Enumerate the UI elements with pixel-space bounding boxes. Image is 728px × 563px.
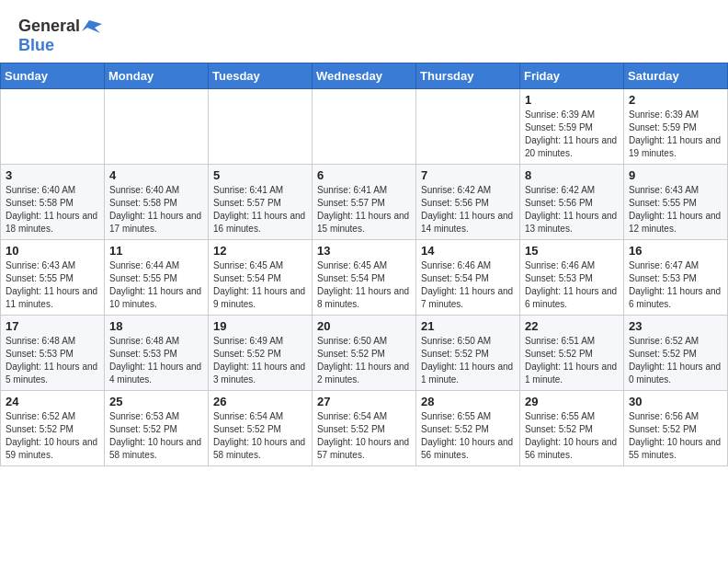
- calendar-header-row: SundayMondayTuesdayWednesdayThursdayFrid…: [1, 63, 728, 89]
- day-number: 2: [629, 93, 722, 107]
- day-number: 17: [6, 319, 99, 333]
- day-info: Sunrise: 6:54 AM Sunset: 5:52 PM Dayligh…: [213, 410, 307, 462]
- calendar-week-2: 10Sunrise: 6:43 AM Sunset: 5:55 PM Dayli…: [1, 240, 728, 316]
- day-info: Sunrise: 6:41 AM Sunset: 5:57 PM Dayligh…: [213, 184, 307, 236]
- day-number: 29: [525, 395, 619, 408]
- calendar-cell: 30Sunrise: 6:56 AM Sunset: 5:52 PM Dayli…: [624, 391, 728, 466]
- calendar-cell: 20Sunrise: 6:50 AM Sunset: 5:52 PM Dayli…: [313, 316, 416, 391]
- day-number: 9: [629, 168, 722, 182]
- svg-marker-0: [82, 20, 102, 33]
- day-number: 8: [525, 168, 619, 182]
- day-number: 11: [109, 244, 203, 258]
- day-number: 15: [525, 244, 619, 258]
- day-info: Sunrise: 6:43 AM Sunset: 5:55 PM Dayligh…: [629, 184, 722, 236]
- calendar-cell: 23Sunrise: 6:52 AM Sunset: 5:52 PM Dayli…: [624, 316, 728, 391]
- day-number: 21: [421, 319, 515, 333]
- calendar-cell: 2Sunrise: 6:39 AM Sunset: 5:59 PM Daylig…: [624, 89, 728, 165]
- logo-bird-icon: [82, 18, 102, 35]
- calendar-cell: 19Sunrise: 6:49 AM Sunset: 5:52 PM Dayli…: [209, 316, 313, 391]
- calendar-cell: 13Sunrise: 6:45 AM Sunset: 5:54 PM Dayli…: [313, 240, 416, 316]
- day-number: 30: [629, 395, 722, 408]
- calendar-cell: [1, 89, 105, 165]
- day-info: Sunrise: 6:45 AM Sunset: 5:54 PM Dayligh…: [317, 259, 411, 311]
- header: General Blue: [0, 0, 728, 63]
- logo: General Blue: [18, 17, 102, 55]
- day-number: 3: [6, 168, 99, 182]
- day-number: 18: [109, 319, 203, 333]
- calendar-cell: 10Sunrise: 6:43 AM Sunset: 5:55 PM Dayli…: [1, 240, 105, 316]
- day-number: 19: [213, 319, 307, 333]
- day-number: 23: [629, 319, 722, 333]
- calendar-cell: 17Sunrise: 6:48 AM Sunset: 5:53 PM Dayli…: [1, 316, 105, 391]
- day-info: Sunrise: 6:50 AM Sunset: 5:52 PM Dayligh…: [317, 335, 411, 386]
- day-info: Sunrise: 6:54 AM Sunset: 5:52 PM Dayligh…: [317, 410, 411, 462]
- day-info: Sunrise: 6:52 AM Sunset: 5:52 PM Dayligh…: [629, 335, 722, 386]
- calendar-cell: 16Sunrise: 6:47 AM Sunset: 5:53 PM Dayli…: [624, 240, 728, 316]
- calendar-week-0: 1Sunrise: 6:39 AM Sunset: 5:59 PM Daylig…: [1, 89, 728, 165]
- day-info: Sunrise: 6:45 AM Sunset: 5:54 PM Dayligh…: [213, 259, 307, 311]
- day-number: 1: [525, 93, 619, 107]
- day-number: 25: [109, 395, 203, 408]
- day-number: 5: [213, 168, 307, 182]
- day-info: Sunrise: 6:49 AM Sunset: 5:52 PM Dayligh…: [213, 335, 307, 386]
- calendar-cell: 7Sunrise: 6:42 AM Sunset: 5:56 PM Daylig…: [416, 165, 520, 240]
- calendar-cell: 21Sunrise: 6:50 AM Sunset: 5:52 PM Dayli…: [416, 316, 520, 391]
- day-number: 27: [317, 395, 411, 408]
- calendar-cell: 22Sunrise: 6:51 AM Sunset: 5:52 PM Dayli…: [520, 316, 624, 391]
- calendar-week-1: 3Sunrise: 6:40 AM Sunset: 5:58 PM Daylig…: [1, 165, 728, 240]
- calendar-cell: 1Sunrise: 6:39 AM Sunset: 5:59 PM Daylig…: [520, 89, 624, 165]
- day-info: Sunrise: 6:46 AM Sunset: 5:54 PM Dayligh…: [421, 259, 515, 311]
- day-info: Sunrise: 6:42 AM Sunset: 5:56 PM Dayligh…: [421, 184, 515, 236]
- calendar-cell: 29Sunrise: 6:55 AM Sunset: 5:52 PM Dayli…: [520, 391, 624, 466]
- day-number: 13: [317, 244, 411, 258]
- calendar-cell: 14Sunrise: 6:46 AM Sunset: 5:54 PM Dayli…: [416, 240, 520, 316]
- calendar-cell: [209, 89, 313, 165]
- day-info: Sunrise: 6:46 AM Sunset: 5:53 PM Dayligh…: [525, 259, 619, 311]
- calendar-table: SundayMondayTuesdayWednesdayThursdayFrid…: [0, 63, 728, 466]
- day-info: Sunrise: 6:41 AM Sunset: 5:57 PM Dayligh…: [317, 184, 411, 236]
- calendar-cell: 6Sunrise: 6:41 AM Sunset: 5:57 PM Daylig…: [313, 165, 416, 240]
- calendar-cell: 28Sunrise: 6:55 AM Sunset: 5:52 PM Dayli…: [416, 391, 520, 466]
- day-info: Sunrise: 6:40 AM Sunset: 5:58 PM Dayligh…: [6, 184, 99, 236]
- day-info: Sunrise: 6:56 AM Sunset: 5:52 PM Dayligh…: [629, 410, 722, 462]
- calendar-header-saturday: Saturday: [624, 63, 728, 89]
- day-info: Sunrise: 6:40 AM Sunset: 5:58 PM Dayligh…: [109, 184, 203, 236]
- calendar-header-tuesday: Tuesday: [209, 63, 313, 89]
- day-number: 16: [629, 244, 722, 258]
- day-info: Sunrise: 6:55 AM Sunset: 5:52 PM Dayligh…: [525, 410, 619, 462]
- calendar-header-monday: Monday: [105, 63, 209, 89]
- day-info: Sunrise: 6:50 AM Sunset: 5:52 PM Dayligh…: [421, 335, 515, 386]
- calendar-week-3: 17Sunrise: 6:48 AM Sunset: 5:53 PM Dayli…: [1, 316, 728, 391]
- day-info: Sunrise: 6:51 AM Sunset: 5:52 PM Dayligh…: [525, 335, 619, 386]
- day-info: Sunrise: 6:43 AM Sunset: 5:55 PM Dayligh…: [6, 259, 99, 311]
- calendar-cell: [105, 89, 209, 165]
- calendar-cell: [313, 89, 416, 165]
- day-number: 20: [317, 319, 411, 333]
- day-number: 7: [421, 168, 515, 182]
- calendar-cell: 5Sunrise: 6:41 AM Sunset: 5:57 PM Daylig…: [209, 165, 313, 240]
- day-info: Sunrise: 6:39 AM Sunset: 5:59 PM Dayligh…: [629, 109, 722, 160]
- calendar-header-thursday: Thursday: [416, 63, 520, 89]
- day-number: 4: [109, 168, 203, 182]
- logo-general: General: [18, 17, 80, 36]
- calendar-cell: 4Sunrise: 6:40 AM Sunset: 5:58 PM Daylig…: [105, 165, 209, 240]
- calendar-cell: 25Sunrise: 6:53 AM Sunset: 5:52 PM Dayli…: [105, 391, 209, 466]
- calendar-cell: 18Sunrise: 6:48 AM Sunset: 5:53 PM Dayli…: [105, 316, 209, 391]
- calendar-cell: 26Sunrise: 6:54 AM Sunset: 5:52 PM Dayli…: [209, 391, 313, 466]
- day-number: 6: [317, 168, 411, 182]
- day-info: Sunrise: 6:53 AM Sunset: 5:52 PM Dayligh…: [109, 410, 203, 462]
- day-info: Sunrise: 6:52 AM Sunset: 5:52 PM Dayligh…: [6, 410, 99, 462]
- page: General Blue SundayMondayTuesdayWednesda…: [0, 0, 728, 466]
- calendar-cell: 12Sunrise: 6:45 AM Sunset: 5:54 PM Dayli…: [209, 240, 313, 316]
- calendar-week-4: 24Sunrise: 6:52 AM Sunset: 5:52 PM Dayli…: [1, 391, 728, 466]
- day-info: Sunrise: 6:48 AM Sunset: 5:53 PM Dayligh…: [109, 335, 203, 386]
- calendar-cell: 15Sunrise: 6:46 AM Sunset: 5:53 PM Dayli…: [520, 240, 624, 316]
- day-number: 28: [421, 395, 515, 408]
- day-number: 12: [213, 244, 307, 258]
- day-info: Sunrise: 6:47 AM Sunset: 5:53 PM Dayligh…: [629, 259, 722, 311]
- calendar-cell: 8Sunrise: 6:42 AM Sunset: 5:56 PM Daylig…: [520, 165, 624, 240]
- calendar-cell: 11Sunrise: 6:44 AM Sunset: 5:55 PM Dayli…: [105, 240, 209, 316]
- day-number: 10: [6, 244, 99, 258]
- day-number: 26: [213, 395, 307, 408]
- logo-blue: Blue: [18, 36, 54, 55]
